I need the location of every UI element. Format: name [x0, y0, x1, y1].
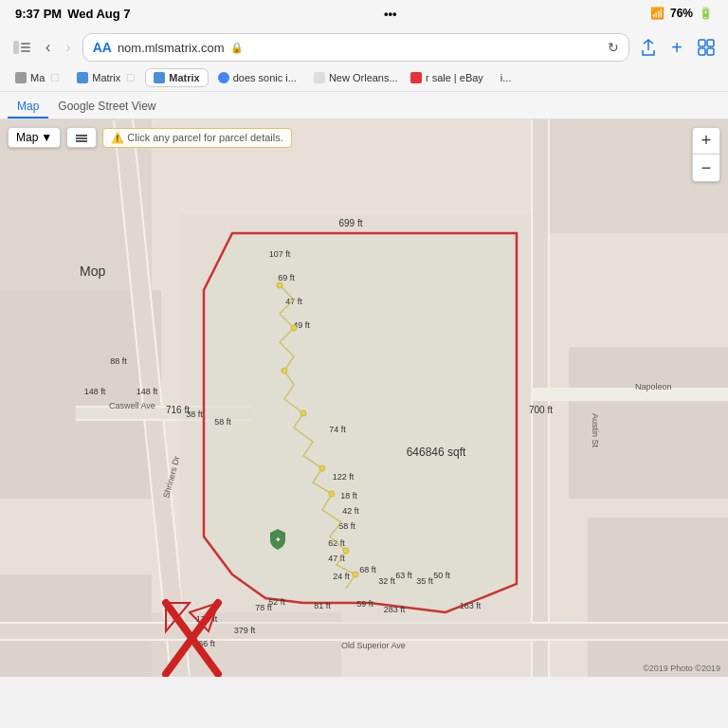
tabs-button[interactable]: [694, 37, 719, 58]
svg-rect-2: [21, 46, 30, 48]
svg-text:Mop: Mop: [80, 264, 105, 279]
tab-matrix2[interactable]: Matrix: [145, 68, 208, 87]
svg-point-64: [343, 548, 349, 554]
map-type-button[interactable]: Map ▼: [8, 127, 61, 148]
address-bar[interactable]: AA nom.mlsmatrix.com 🔒 ↻: [82, 33, 630, 62]
svg-point-60: [282, 368, 287, 373]
svg-rect-74: [76, 140, 87, 142]
battery-label: 76%: [670, 7, 693, 20]
aa-label[interactable]: AA: [93, 40, 112, 55]
svg-text:81 ft: 81 ft: [314, 601, 331, 610]
zoom-out-button[interactable]: −: [693, 155, 719, 181]
svg-text:74 ft: 74 ft: [329, 425, 346, 434]
svg-text:107 ft: 107 ft: [269, 249, 291, 259]
svg-text:Austin St: Austin St: [591, 413, 600, 448]
reload-icon[interactable]: ↻: [608, 40, 619, 55]
map-svg: Shriners Dr Caswell Ave Austin St Napole…: [0, 119, 728, 677]
svg-rect-6: [699, 48, 705, 55]
svg-text:122 ft: 122 ft: [333, 472, 355, 482]
status-bar: 9:37 PM Wed Aug 7 ••• 📶 76% 🔋: [0, 0, 728, 27]
map-btn-label: Map: [16, 131, 38, 144]
svg-rect-1: [21, 43, 30, 45]
sidebar-button[interactable]: [9, 39, 34, 56]
svg-point-63: [329, 491, 335, 497]
svg-text:32 ft: 32 ft: [378, 576, 395, 586]
svg-text:50 ft: 50 ft: [433, 571, 450, 580]
svg-text:700 ft: 700 ft: [529, 405, 553, 415]
svg-text:Caswell Ave: Caswell Ave: [109, 401, 155, 410]
map-tabs: Map Google Street View: [0, 92, 728, 119]
svg-point-65: [353, 572, 358, 577]
tab-nola[interactable]: New Orleans...: [306, 69, 401, 86]
tab-map[interactable]: Map: [8, 96, 48, 118]
svg-rect-13: [588, 518, 728, 677]
zoom-in-button[interactable]: +: [693, 128, 719, 155]
dots: •••: [384, 7, 397, 21]
svg-text:63 ft: 63 ft: [395, 571, 412, 580]
back-button[interactable]: ‹: [42, 37, 54, 58]
svg-text:69 ft: 69 ft: [278, 273, 295, 282]
svg-text:24 ft: 24 ft: [333, 572, 350, 581]
tab-misc[interactable]: i...: [493, 69, 519, 86]
svg-text:59 ft: 59 ft: [356, 599, 373, 609]
svg-text:✦: ✦: [275, 536, 282, 544]
svg-rect-73: [76, 137, 87, 139]
forward-button[interactable]: ›: [62, 37, 74, 58]
hint-text: Click any parcel for parcel details.: [127, 132, 282, 143]
svg-text:38 ft: 38 ft: [186, 410, 203, 419]
warning-icon: ⚠️: [111, 132, 124, 143]
layers-button[interactable]: [66, 127, 97, 148]
battery-icon: 🔋: [699, 7, 713, 20]
tab-matrix1[interactable]: Matrix ☐: [69, 69, 143, 87]
svg-text:Napoleon: Napoleon: [635, 382, 672, 391]
time: 9:37 PM: [15, 7, 62, 21]
svg-text:42 ft: 42 ft: [342, 506, 359, 516]
map-container[interactable]: Shriners Dr Caswell Ave Austin St Napole…: [0, 119, 728, 677]
svg-text:78 ft: 78 ft: [255, 603, 272, 612]
svg-text:699 ft: 699 ft: [338, 218, 362, 228]
map-attribution: ©2019 Photo ©2019: [643, 664, 720, 673]
svg-marker-17: [204, 233, 517, 612]
svg-rect-0: [13, 41, 19, 54]
browser-chrome: ‹ › AA nom.mlsmatrix.com 🔒 ↻ + Ma ☐ Matr…: [0, 27, 728, 92]
new-tab-button[interactable]: +: [667, 35, 686, 61]
browser-toolbar: ‹ › AA nom.mlsmatrix.com 🔒 ↻ +: [0, 27, 728, 68]
wifi-icon: 📶: [650, 7, 664, 20]
svg-text:379 ft: 379 ft: [234, 626, 256, 635]
date: Wed Aug 7: [67, 7, 130, 21]
svg-rect-3: [21, 50, 30, 52]
svg-text:68 ft: 68 ft: [359, 565, 376, 574]
tab-ma[interactable]: Ma ☐: [8, 69, 67, 87]
lock-icon: 🔒: [230, 42, 244, 54]
svg-rect-7: [707, 48, 714, 55]
svg-text:283 ft: 283 ft: [384, 605, 406, 614]
tab-ebay[interactable]: r sale | eBay: [403, 69, 491, 86]
tab-streetview[interactable]: Google Street View: [48, 96, 165, 118]
svg-point-58: [277, 282, 282, 288]
svg-point-62: [319, 465, 325, 471]
svg-text:Old Superior Ave: Old Superior Ave: [341, 641, 406, 650]
chevron-down-icon: ▼: [41, 131, 52, 144]
zoom-controls: + −: [692, 127, 720, 182]
svg-rect-72: [76, 135, 87, 136]
parcel-hint: ⚠️ Click any parcel for parcel details.: [102, 128, 292, 148]
svg-text:163 ft: 163 ft: [460, 601, 482, 610]
svg-point-59: [291, 325, 297, 331]
share-button[interactable]: [637, 37, 660, 58]
svg-text:18 ft: 18 ft: [340, 491, 357, 500]
svg-rect-5: [707, 40, 714, 46]
svg-text:58 ft: 58 ft: [214, 417, 231, 427]
tab-sonic[interactable]: does sonic i...: [210, 69, 304, 86]
svg-text:646846 sqft: 646846 sqft: [407, 446, 466, 459]
dots-indicator: •••: [384, 7, 397, 21]
map-toolbar: Map ▼ ⚠️ Click any parcel for parcel det…: [8, 127, 292, 148]
tab-bar: Ma ☐ Matrix ☐ Matrix does sonic i... New…: [0, 68, 728, 91]
svg-text:148 ft: 148 ft: [136, 387, 158, 396]
url-text: nom.mlsmatrix.com: [118, 41, 225, 55]
svg-text:88 ft: 88 ft: [110, 356, 127, 366]
svg-text:148 ft: 148 ft: [84, 387, 106, 396]
svg-rect-4: [699, 40, 705, 46]
svg-text:35 ft: 35 ft: [416, 576, 433, 586]
svg-point-61: [300, 410, 306, 416]
